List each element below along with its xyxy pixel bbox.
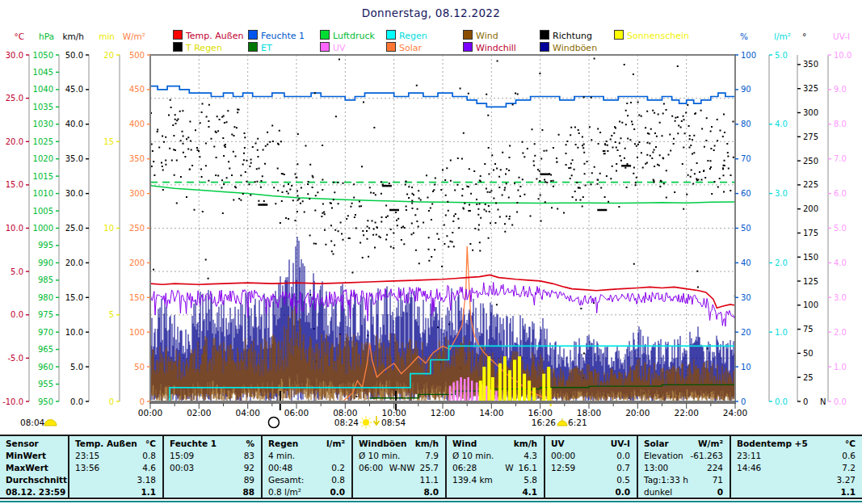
svg-text:35.0: 35.0 xyxy=(65,154,83,163)
table-cell: 0.8 l/m²0.0 xyxy=(263,485,351,498)
svg-text:50.0: 50.0 xyxy=(65,51,83,60)
sunset-icon xyxy=(557,418,567,426)
axis-humidity: 0102030405060708090100% xyxy=(735,32,756,406)
sun-annotations: 08:0408:2408:5416:266:21 xyxy=(20,416,587,429)
svg-text:100: 100 xyxy=(129,328,145,337)
table-col-solar: SolarW/m²Elevation-61.26313:00224Tag:1:3… xyxy=(638,436,731,499)
svg-text:5.0: 5.0 xyxy=(11,267,23,276)
legend-item-solar: Solar xyxy=(386,42,422,52)
legend-item-temp-au-en: Temp. Außen xyxy=(173,30,243,40)
svg-text:30: 30 xyxy=(741,293,751,302)
table-cell: 4.1 xyxy=(447,485,544,498)
day-length-label: 6:21 xyxy=(568,418,587,427)
table-cell: 1.1 xyxy=(731,485,862,498)
table-cell: 11.1 xyxy=(353,473,445,485)
legend-swatch-t-regen xyxy=(173,42,183,52)
series-sunshine-bar xyxy=(491,377,494,401)
x-tick-label: 24:00 xyxy=(723,408,747,418)
legend-item-t-regen: T Regen xyxy=(173,42,222,52)
legend-item-richtung: Richtung xyxy=(540,30,592,40)
svg-text:60: 60 xyxy=(741,189,751,198)
x-tick-label: 06:00 xyxy=(284,408,309,418)
table-col-regen: Regenl/m²4 min.00:480.2Gesamt:0.80.8 l/m… xyxy=(263,436,353,499)
svg-text:1.0: 1.0 xyxy=(775,328,788,337)
legend-item-regen: Regen xyxy=(386,30,427,40)
svg-text:50: 50 xyxy=(803,349,814,358)
svg-text:0: 0 xyxy=(741,397,746,406)
weather-chart: -10.0-5.00.05.010.015.020.025.030.0°C950… xyxy=(0,0,862,504)
legend-label: Solar xyxy=(399,43,422,53)
axis-sunshine: 05101520min xyxy=(99,32,120,406)
svg-text:995: 995 xyxy=(38,241,53,250)
svg-text:30.0: 30.0 xyxy=(6,51,23,60)
svg-text:200: 200 xyxy=(129,258,145,267)
svg-text:20.0: 20.0 xyxy=(65,258,83,267)
series-sunshine-bar xyxy=(482,367,486,401)
svg-text:20: 20 xyxy=(103,51,114,60)
svg-text:350: 350 xyxy=(129,154,145,163)
legend-label: Windchill xyxy=(476,43,516,53)
svg-text:0: 0 xyxy=(803,397,808,406)
table-header-feuchte-1: Feuchte 1% xyxy=(164,437,261,449)
svg-text:970: 970 xyxy=(38,328,53,337)
svg-text:1030: 1030 xyxy=(33,120,53,128)
table-cell: 08.12. 23:59 xyxy=(0,485,68,498)
table-header-windb-en: Windböenkm/h xyxy=(353,437,445,449)
x-tick-label: 14:00 xyxy=(479,408,503,418)
svg-text:1000: 1000 xyxy=(33,224,53,233)
legend-label: Windböen xyxy=(553,43,597,53)
svg-text:990: 990 xyxy=(38,258,53,267)
table-cell: Gesamt:0.8 xyxy=(263,473,351,485)
table-cell: 3.18 xyxy=(69,473,162,485)
svg-text:10.0: 10.0 xyxy=(834,51,851,60)
axis-unit-direction: ° xyxy=(802,32,806,41)
svg-text:25.0: 25.0 xyxy=(6,94,23,103)
svg-text:10.0: 10.0 xyxy=(6,224,23,233)
x-tick-label: 04:00 xyxy=(236,408,260,418)
legend-label: Regen xyxy=(399,31,427,41)
x-tick-label: 18:00 xyxy=(577,408,601,418)
weather-app-screen: -10.0-5.00.05.010.015.020.025.030.0°C950… xyxy=(0,0,862,504)
x-tick-label: 16:00 xyxy=(528,408,553,418)
legend-label: UV xyxy=(333,43,346,53)
svg-text:1025: 1025 xyxy=(33,137,53,146)
table-cell: 1.1 xyxy=(69,485,162,498)
table-col-wind: Windkm/hØ 10 min.4.306:28W16.1139.4 km5.… xyxy=(447,436,545,499)
svg-text:450: 450 xyxy=(129,85,145,94)
svg-text:0: 0 xyxy=(140,397,145,406)
svg-text:1050: 1050 xyxy=(33,51,53,60)
table-cell: 3.27 xyxy=(731,473,862,485)
table-cell: 88 xyxy=(164,485,261,498)
legend-label: Sonnenschein xyxy=(627,31,689,41)
axis-pressure: 9509559609659709759809859909951000100510… xyxy=(33,32,59,406)
axis-unit-sunshine: min xyxy=(99,32,115,41)
svg-text:400: 400 xyxy=(129,120,145,128)
table-cell: 0.0 xyxy=(545,485,637,498)
svg-text:50: 50 xyxy=(134,363,145,372)
svg-text:40: 40 xyxy=(741,258,751,267)
svg-text:10.0: 10.0 xyxy=(65,328,83,337)
svg-text:25.0: 25.0 xyxy=(65,224,83,233)
sensor-summary-table: SensorMinWertMaxWertDurchschnitt08.12. 2… xyxy=(0,435,862,499)
x-axis: 00:0002:0004:0006:0008:0010:0012:0014:00… xyxy=(138,403,747,418)
svg-text:300: 300 xyxy=(803,108,818,117)
half-sun-icon xyxy=(44,420,57,426)
svg-text:1040: 1040 xyxy=(33,85,53,94)
legend-label: Wind xyxy=(476,31,498,41)
svg-text:2.0: 2.0 xyxy=(834,328,847,337)
svg-text:5.0: 5.0 xyxy=(775,51,788,60)
x-tick-label: 02:00 xyxy=(187,408,211,418)
svg-text:0.0: 0.0 xyxy=(775,397,788,406)
svg-text:50: 50 xyxy=(741,224,751,233)
x-tick-label: 22:00 xyxy=(675,408,699,418)
table-header-solar: SolarW/m² xyxy=(638,437,730,449)
legend-item-uv: UV xyxy=(320,42,346,52)
axis-unit-pressure: hPa xyxy=(39,32,54,41)
legend-label: Richtung xyxy=(553,31,592,41)
svg-text:15.0: 15.0 xyxy=(6,180,23,189)
table-cell: 23:110.6 xyxy=(731,449,862,461)
axis-unit-solar: W/m² xyxy=(123,32,145,41)
legend-label: Temp. Außen xyxy=(186,31,243,41)
svg-text:1015: 1015 xyxy=(33,172,53,181)
table-cell: 12:590.7 xyxy=(545,461,637,473)
